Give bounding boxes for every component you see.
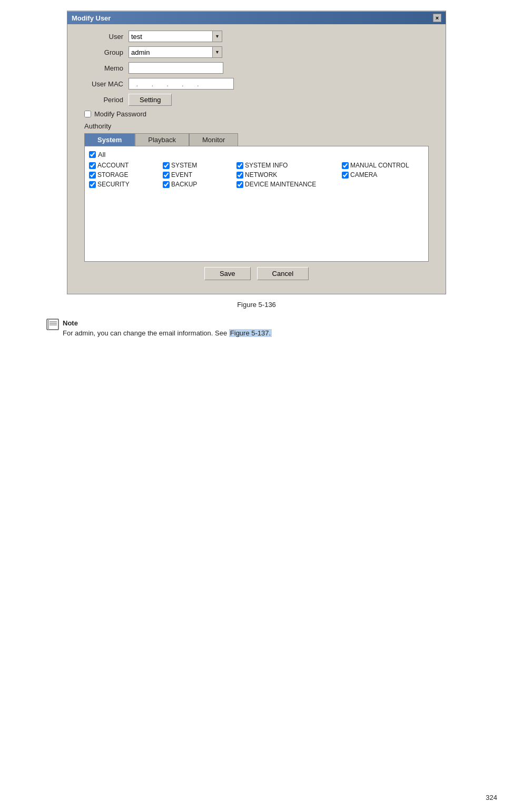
perm-all-checkbox[interactable] — [89, 151, 96, 158]
tab-system[interactable]: System — [84, 133, 135, 146]
perm-item-event: EVENT — [163, 171, 236, 179]
tab-monitor[interactable]: Monitor — [189, 133, 238, 146]
dialog-body: User ▼ Group ▼ — [67, 24, 446, 294]
memo-label: Memo — [76, 64, 129, 72]
group-control: ▼ — [129, 46, 222, 58]
authority-label: Authority — [76, 122, 437, 130]
perm-checkbox-backup[interactable] — [163, 181, 170, 188]
perm-label-backup: BACKUP — [171, 181, 197, 188]
group-input-wrapper: ▼ — [129, 46, 222, 58]
memo-row: Memo — [76, 62, 437, 74]
perm-label-device-maintenance: DEVICE MAINTENANCE — [245, 181, 316, 188]
group-label: Group — [76, 48, 129, 56]
modify-user-dialog: Modify User × User ▼ Group — [67, 11, 446, 294]
note-title: Note — [63, 319, 272, 327]
perm-grid: ACCOUNT SYSTEM SYSTEM INFO MANUAL CONTRO… — [89, 162, 424, 188]
modify-password-checkbox[interactable] — [84, 111, 91, 117]
perm-checkbox-camera[interactable] — [342, 172, 349, 179]
cancel-button[interactable]: Cancel — [257, 267, 309, 280]
perm-item-backup: BACKUP — [163, 181, 236, 188]
perm-checkbox-device-maintenance[interactable] — [236, 181, 243, 188]
svg-rect-1 — [48, 319, 49, 330]
perm-checkbox-system-info[interactable] — [236, 162, 243, 169]
perm-item-storage: STORAGE — [89, 171, 163, 179]
note-icon — [46, 318, 61, 331]
perm-checkbox-network[interactable] — [236, 172, 243, 179]
perm-label-account: ACCOUNT — [97, 162, 129, 169]
user-label: User — [76, 33, 129, 41]
user-dropdown-btn[interactable]: ▼ — [213, 31, 222, 42]
memo-control — [129, 62, 223, 74]
note-text-highlight: Figure 5-137. — [229, 329, 272, 337]
tab-playback[interactable]: Playback — [135, 133, 189, 146]
dialog-footer: Save Cancel — [76, 262, 437, 288]
perm-item-manual-control: MANUAL CONTROL — [342, 162, 437, 169]
perm-item-system-info: SYSTEM INFO — [236, 162, 342, 169]
tabs-container: System Playback Monitor — [84, 133, 437, 146]
user-mac-input[interactable] — [129, 78, 234, 90]
perm-item-security: SECURITY — [89, 181, 163, 188]
close-button[interactable]: × — [433, 14, 441, 22]
perm-label-system-info: SYSTEM INFO — [245, 162, 288, 169]
perm-checkbox-manual-control[interactable] — [342, 162, 349, 169]
group-input[interactable] — [129, 46, 213, 58]
user-control: ▼ — [129, 31, 222, 42]
perm-item-network: NETWORK — [236, 171, 342, 179]
setting-button[interactable]: Setting — [129, 94, 172, 106]
dialog-title: Modify User — [72, 14, 111, 22]
user-input-wrapper: ▼ — [129, 31, 222, 42]
user-row: User ▼ — [76, 31, 437, 42]
note-content: Note For admin, you can change the email… — [63, 319, 272, 337]
dialog-titlebar: Modify User × — [67, 12, 446, 24]
perm-item-account: ACCOUNT — [89, 162, 163, 169]
modify-password-row: Modify Password — [76, 110, 437, 118]
period-row: Period Setting — [76, 94, 437, 106]
period-control: Setting — [129, 94, 172, 106]
perm-checkbox-security[interactable] — [89, 181, 96, 188]
page-number: 324 — [486, 794, 497, 801]
user-input[interactable] — [129, 31, 213, 42]
save-button[interactable]: Save — [204, 267, 251, 280]
note-section: Note For admin, you can change the email… — [30, 319, 483, 337]
perm-label-system: SYSTEM — [171, 162, 197, 169]
note-text: For admin, you can change the email info… — [63, 329, 272, 337]
modify-password-label: Modify Password — [94, 110, 146, 118]
perm-label-security: SECURITY — [97, 181, 130, 188]
period-label: Period — [76, 96, 129, 104]
perm-item-system: SYSTEM — [163, 162, 236, 169]
perm-item-device-maintenance: DEVICE MAINTENANCE — [236, 181, 342, 188]
perm-all-row: All — [89, 151, 424, 159]
user-mac-control — [129, 78, 234, 90]
perm-label-storage: STORAGE — [97, 171, 128, 179]
perm-label-network: NETWORK — [245, 171, 277, 179]
perm-checkbox-event[interactable] — [163, 172, 170, 179]
user-mac-label: User MAC — [76, 80, 129, 88]
figure-caption: Figure 5-136 — [237, 301, 276, 309]
perm-checkbox-system[interactable] — [163, 162, 170, 169]
perm-label-manual-control: MANUAL CONTROL — [350, 162, 409, 169]
perm-label-event: EVENT — [171, 171, 192, 179]
perm-checkbox-storage[interactable] — [89, 172, 96, 179]
permissions-area: All ACCOUNT SYSTEM SYSTEM — [84, 146, 429, 262]
perm-checkbox-account[interactable] — [89, 162, 96, 169]
user-mac-row: User MAC — [76, 78, 437, 90]
group-row: Group ▼ — [76, 46, 437, 58]
perm-label-camera: CAMERA — [350, 171, 377, 179]
perm-all-label: All — [98, 151, 105, 159]
memo-input[interactable] — [129, 62, 223, 74]
group-dropdown-btn[interactable]: ▼ — [213, 46, 222, 58]
perm-item-camera: CAMERA — [342, 171, 437, 179]
